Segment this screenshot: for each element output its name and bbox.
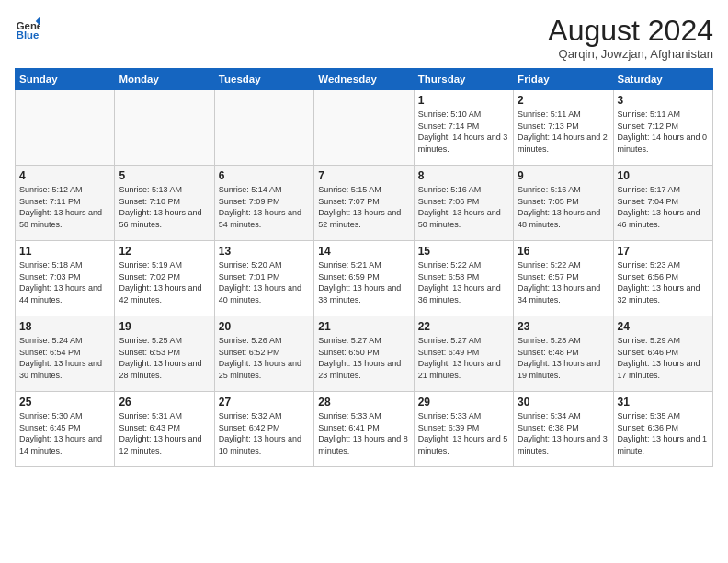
sunset-label: Sunset: 6:36 PM: [618, 423, 679, 432]
sunrise-label: Sunrise: 5:11 AM: [618, 109, 681, 119]
day-info: Sunrise: 5:31 AM Sunset: 6:43 PM Dayligh…: [119, 410, 210, 456]
sunset-label: Sunset: 7:05 PM: [518, 197, 579, 206]
calendar-cell-3-4: 14 Sunrise: 5:21 AM Sunset: 6:59 PM Dayl…: [314, 241, 414, 316]
sunset-label: Sunset: 6:49 PM: [418, 348, 480, 357]
sunrise-label: Sunrise: 5:15 AM: [318, 185, 381, 194]
calendar-week-5: 25 Sunrise: 5:30 AM Sunset: 6:45 PM Dayl…: [16, 392, 713, 467]
day-number: 3: [618, 94, 709, 107]
daylight-label: Daylight: 13 hours and 54 minutes.: [219, 208, 301, 229]
calendar-week-4: 18 Sunrise: 5:24 AM Sunset: 6:54 PM Dayl…: [16, 316, 713, 392]
sunset-label: Sunset: 6:39 PM: [418, 423, 480, 432]
daylight-label: Daylight: 13 hours and 56 minutes.: [119, 208, 201, 229]
daylight-label: Daylight: 13 hours and 38 minutes.: [318, 283, 401, 304]
weekday-header-row: Sunday Monday Tuesday Wednesday Thursday…: [16, 69, 713, 90]
sunrise-label: Sunrise: 5:22 AM: [418, 260, 482, 270]
daylight-label: Daylight: 13 hours and 19 minutes.: [518, 359, 600, 380]
calendar-cell-1-5: 1 Sunrise: 5:10 AM Sunset: 7:14 PM Dayli…: [414, 90, 513, 166]
day-info: Sunrise: 5:22 AM Sunset: 6:58 PM Dayligh…: [418, 259, 509, 305]
page-header: General Blue August 2024 Qarqin, Jowzjan…: [15, 15, 713, 61]
day-number: 8: [418, 169, 509, 182]
sunset-label: Sunset: 6:45 PM: [19, 423, 81, 432]
day-number: 26: [119, 396, 210, 408]
calendar-week-1: 1 Sunrise: 5:10 AM Sunset: 7:14 PM Dayli…: [16, 90, 713, 166]
day-info: Sunrise: 5:20 AM Sunset: 7:01 PM Dayligh…: [219, 259, 310, 305]
day-number: 28: [318, 396, 409, 408]
sunset-label: Sunset: 6:48 PM: [518, 348, 579, 357]
calendar-cell-3-5: 15 Sunrise: 5:22 AM Sunset: 6:58 PM Dayl…: [414, 241, 513, 316]
day-info: Sunrise: 5:24 AM Sunset: 6:54 PM Dayligh…: [19, 335, 110, 381]
daylight-label: Daylight: 13 hours and 12 minutes.: [119, 434, 201, 455]
calendar-cell-5-4: 28 Sunrise: 5:33 AM Sunset: 6:41 PM Dayl…: [314, 392, 414, 467]
daylight-label: Daylight: 14 hours and 0 minutes.: [618, 132, 708, 154]
sunset-label: Sunset: 7:07 PM: [318, 197, 380, 206]
sunrise-label: Sunrise: 5:31 AM: [119, 411, 182, 420]
daylight-label: Daylight: 13 hours and 40 minutes.: [219, 283, 301, 304]
day-info: Sunrise: 5:32 AM Sunset: 6:42 PM Dayligh…: [219, 410, 310, 456]
calendar-cell-4-3: 20 Sunrise: 5:26 AM Sunset: 6:52 PM Dayl…: [214, 316, 313, 392]
daylight-label: Daylight: 13 hours and 23 minutes.: [318, 359, 401, 380]
daylight-label: Daylight: 13 hours and 28 minutes.: [119, 359, 201, 380]
day-number: 12: [119, 245, 210, 258]
day-number: 25: [19, 396, 110, 408]
header-monday: Monday: [115, 69, 214, 90]
sunrise-label: Sunrise: 5:29 AM: [618, 336, 681, 345]
day-info: Sunrise: 5:21 AM Sunset: 6:59 PM Dayligh…: [318, 259, 409, 305]
daylight-label: Daylight: 13 hours and 46 minutes.: [618, 208, 700, 229]
sunrise-label: Sunrise: 5:33 AM: [418, 411, 482, 420]
sunset-label: Sunset: 7:10 PM: [119, 197, 180, 206]
daylight-label: Daylight: 14 hours and 3 minutes.: [418, 132, 508, 154]
header-saturday: Saturday: [613, 69, 712, 90]
calendar-cell-3-1: 11 Sunrise: 5:18 AM Sunset: 7:03 PM Dayl…: [16, 241, 115, 316]
day-number: 13: [219, 245, 310, 258]
calendar-cell-4-5: 22 Sunrise: 5:27 AM Sunset: 6:49 PM Dayl…: [414, 316, 513, 392]
sunrise-label: Sunrise: 5:22 AM: [518, 260, 581, 270]
calendar-week-2: 4 Sunrise: 5:12 AM Sunset: 7:11 PM Dayli…: [16, 166, 713, 241]
day-info: Sunrise: 5:26 AM Sunset: 6:52 PM Dayligh…: [219, 335, 310, 381]
day-info: Sunrise: 5:10 AM Sunset: 7:14 PM Dayligh…: [418, 109, 509, 155]
sunrise-label: Sunrise: 5:21 AM: [318, 260, 381, 270]
sunrise-label: Sunrise: 5:10 AM: [418, 109, 482, 119]
sunrise-label: Sunrise: 5:35 AM: [618, 411, 681, 420]
day-info: Sunrise: 5:11 AM Sunset: 7:12 PM Dayligh…: [618, 109, 709, 155]
sunrise-label: Sunrise: 5:18 AM: [19, 260, 83, 270]
sunset-label: Sunset: 6:53 PM: [119, 348, 180, 357]
day-number: 10: [618, 169, 709, 182]
sunrise-label: Sunrise: 5:12 AM: [19, 185, 83, 194]
daylight-label: Daylight: 13 hours and 14 minutes.: [19, 434, 102, 455]
day-number: 7: [318, 169, 409, 182]
calendar-cell-1-2: [115, 90, 214, 166]
day-info: Sunrise: 5:29 AM Sunset: 6:46 PM Dayligh…: [618, 335, 709, 381]
daylight-label: Daylight: 13 hours and 10 minutes.: [219, 434, 301, 455]
day-number: 9: [518, 169, 609, 182]
calendar-cell-3-3: 13 Sunrise: 5:20 AM Sunset: 7:01 PM Dayl…: [214, 241, 313, 316]
calendar-cell-5-3: 27 Sunrise: 5:32 AM Sunset: 6:42 PM Dayl…: [214, 392, 313, 467]
day-info: Sunrise: 5:33 AM Sunset: 6:39 PM Dayligh…: [418, 410, 509, 456]
day-info: Sunrise: 5:17 AM Sunset: 7:04 PM Dayligh…: [618, 184, 709, 230]
sunrise-label: Sunrise: 5:11 AM: [518, 109, 581, 119]
calendar-cell-1-4: [314, 90, 414, 166]
sunrise-label: Sunrise: 5:30 AM: [19, 411, 83, 420]
day-number: 19: [119, 320, 210, 333]
calendar-cell-5-2: 26 Sunrise: 5:31 AM Sunset: 6:43 PM Dayl…: [115, 392, 214, 467]
calendar-cell-2-4: 7 Sunrise: 5:15 AM Sunset: 7:07 PM Dayli…: [314, 166, 414, 241]
sunrise-label: Sunrise: 5:28 AM: [518, 336, 581, 345]
day-number: 17: [618, 245, 709, 258]
day-info: Sunrise: 5:25 AM Sunset: 6:53 PM Dayligh…: [119, 335, 210, 381]
sunset-label: Sunset: 6:42 PM: [219, 423, 280, 432]
calendar-cell-1-7: 3 Sunrise: 5:11 AM Sunset: 7:12 PM Dayli…: [613, 90, 712, 166]
calendar-cell-4-6: 23 Sunrise: 5:28 AM Sunset: 6:48 PM Dayl…: [514, 316, 613, 392]
logo-icon: General Blue: [15, 15, 40, 40]
daylight-label: Daylight: 13 hours and 21 minutes.: [418, 359, 501, 380]
day-info: Sunrise: 5:30 AM Sunset: 6:45 PM Dayligh…: [19, 410, 110, 456]
sunset-label: Sunset: 6:46 PM: [618, 348, 679, 357]
calendar-cell-4-1: 18 Sunrise: 5:24 AM Sunset: 6:54 PM Dayl…: [16, 316, 115, 392]
day-info: Sunrise: 5:28 AM Sunset: 6:48 PM Dayligh…: [518, 335, 609, 381]
sunset-label: Sunset: 6:57 PM: [518, 272, 579, 282]
header-sunday: Sunday: [16, 69, 115, 90]
day-info: Sunrise: 5:23 AM Sunset: 6:56 PM Dayligh…: [618, 259, 709, 305]
day-info: Sunrise: 5:12 AM Sunset: 7:11 PM Dayligh…: [19, 184, 110, 230]
day-number: 29: [418, 396, 509, 408]
sunset-label: Sunset: 7:09 PM: [219, 197, 280, 206]
calendar-cell-1-1: [16, 90, 115, 166]
sunset-label: Sunset: 7:13 PM: [518, 121, 579, 131]
